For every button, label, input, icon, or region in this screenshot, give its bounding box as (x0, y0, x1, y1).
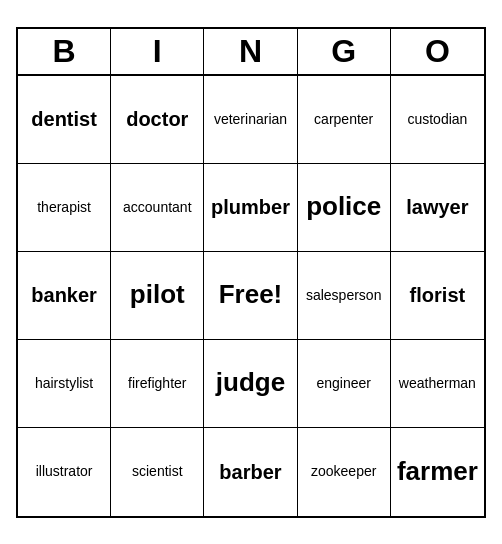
cell-label: judge (216, 367, 285, 398)
bingo-cell: weatherman (391, 340, 484, 428)
bingo-cell: illustrator (18, 428, 111, 516)
cell-label: weatherman (399, 375, 476, 392)
cell-label: pilot (130, 279, 185, 310)
bingo-cell: custodian (391, 76, 484, 164)
bingo-header-letter: I (111, 29, 204, 74)
bingo-cell: judge (204, 340, 297, 428)
cell-label: firefighter (128, 375, 186, 392)
cell-label: custodian (407, 111, 467, 128)
bingo-cell: firefighter (111, 340, 204, 428)
cell-label: lawyer (406, 195, 468, 219)
bingo-cell: pilot (111, 252, 204, 340)
bingo-cell: banker (18, 252, 111, 340)
cell-label: accountant (123, 199, 192, 216)
cell-label: engineer (316, 375, 371, 392)
cell-label: Free! (219, 279, 283, 310)
bingo-cell: florist (391, 252, 484, 340)
cell-label: farmer (397, 456, 478, 487)
bingo-header-letter: G (298, 29, 391, 74)
bingo-cell: zookeeper (298, 428, 391, 516)
bingo-header-letter: N (204, 29, 297, 74)
bingo-cell: engineer (298, 340, 391, 428)
cell-label: banker (31, 283, 97, 307)
cell-label: doctor (126, 107, 188, 131)
bingo-grid: dentistdoctorveterinariancarpentercustod… (18, 76, 484, 516)
cell-label: zookeeper (311, 463, 376, 480)
bingo-cell: therapist (18, 164, 111, 252)
cell-label: plumber (211, 195, 290, 219)
bingo-header-letter: O (391, 29, 484, 74)
cell-label: salesperson (306, 287, 382, 304)
cell-label: veterinarian (214, 111, 287, 128)
cell-label: dentist (31, 107, 97, 131)
bingo-header-letter: B (18, 29, 111, 74)
bingo-cell: farmer (391, 428, 484, 516)
cell-label: carpenter (314, 111, 373, 128)
bingo-cell: hairstylist (18, 340, 111, 428)
cell-label: therapist (37, 199, 91, 216)
bingo-cell: scientist (111, 428, 204, 516)
cell-label: hairstylist (35, 375, 93, 392)
bingo-cell: dentist (18, 76, 111, 164)
bingo-cell: barber (204, 428, 297, 516)
bingo-cell: accountant (111, 164, 204, 252)
bingo-cell: veterinarian (204, 76, 297, 164)
cell-label: barber (219, 460, 281, 484)
bingo-header: BINGO (18, 29, 484, 76)
cell-label: illustrator (36, 463, 93, 480)
bingo-cell: salesperson (298, 252, 391, 340)
bingo-cell: carpenter (298, 76, 391, 164)
bingo-cell: plumber (204, 164, 297, 252)
bingo-cell: Free! (204, 252, 297, 340)
bingo-card: BINGO dentistdoctorveterinariancarpenter… (16, 27, 486, 518)
bingo-cell: doctor (111, 76, 204, 164)
bingo-cell: lawyer (391, 164, 484, 252)
bingo-cell: police (298, 164, 391, 252)
cell-label: scientist (132, 463, 183, 480)
cell-label: florist (410, 283, 466, 307)
cell-label: police (306, 191, 381, 222)
